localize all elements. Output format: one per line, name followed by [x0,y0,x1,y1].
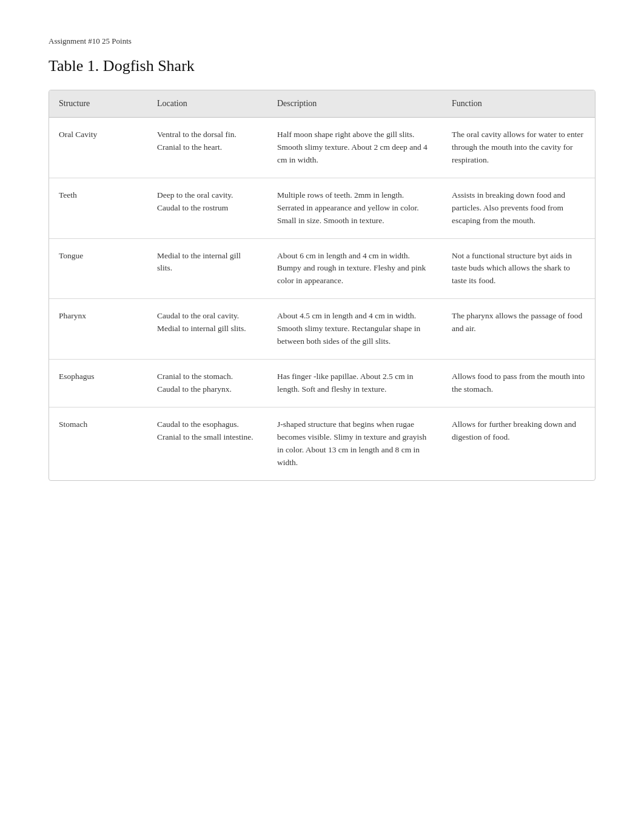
cell-description: About 4.5 cm in length and 4 cm in width… [267,299,442,360]
cell-function: Allows food to pass from the mouth into … [442,360,595,407]
cell-function: The oral cavity allows for water to ente… [442,118,595,178]
table-row: EsophagusCranial to the stomach. Caudal … [49,360,595,407]
cell-structure: Esophagus [49,360,147,407]
cell-function: Allows for further breaking down and dig… [442,407,595,480]
table-header: Structure Location Description Function [49,90,595,118]
cell-function: The pharynx allows the passage of food a… [442,299,595,360]
cell-location: Caudal to the oral cavity. Medial to int… [147,299,267,360]
cell-description: Has finger -like papillae. About 2.5 cm … [267,360,442,407]
dogfish-shark-table: Structure Location Description Function … [49,90,595,480]
assignment-line: Assignment #10 25 Points [49,36,595,46]
cell-description: Half moon shape right above the gill sli… [267,118,442,178]
cell-description: About 6 cm in length and 4 cm in width. … [267,238,442,299]
cell-structure: Tongue [49,238,147,299]
cell-description: Multiple rows of teeth. 2mm in length. S… [267,178,442,238]
header-description: Description [267,90,442,118]
main-table-wrapper: Structure Location Description Function … [49,90,595,481]
cell-structure: Stomach [49,407,147,480]
table-row: StomachCaudal to the esophagus. Cranial … [49,407,595,480]
table-row: Oral CavityVentral to the dorsal fin. Cr… [49,118,595,178]
header-location: Location [147,90,267,118]
cell-function: Assists in breaking down food and partic… [442,178,595,238]
header-function: Function [442,90,595,118]
table-row: TeethDeep to the oral cavity. Caudal to … [49,178,595,238]
cell-location: Deep to the oral cavity. Caudal to the r… [147,178,267,238]
cell-location: Caudal to the esophagus. Cranial to the … [147,407,267,480]
cell-location: Ventral to the dorsal fin. Cranial to th… [147,118,267,178]
table-body: Oral CavityVentral to the dorsal fin. Cr… [49,118,595,480]
cell-structure: Pharynx [49,299,147,360]
cell-location: Cranial to the stomach. Caudal to the ph… [147,360,267,407]
cell-location: Medial to the internal gill slits. [147,238,267,299]
cell-structure: Teeth [49,178,147,238]
cell-function: Not a functional structure byt aids in t… [442,238,595,299]
cell-description: J-shaped structure that begins when ruga… [267,407,442,480]
table-row: PharynxCaudal to the oral cavity. Medial… [49,299,595,360]
page-title: Table 1. Dogfish Shark [49,57,595,75]
cell-structure: Oral Cavity [49,118,147,178]
table-row: TongueMedial to the internal gill slits.… [49,238,595,299]
header-structure: Structure [49,90,147,118]
